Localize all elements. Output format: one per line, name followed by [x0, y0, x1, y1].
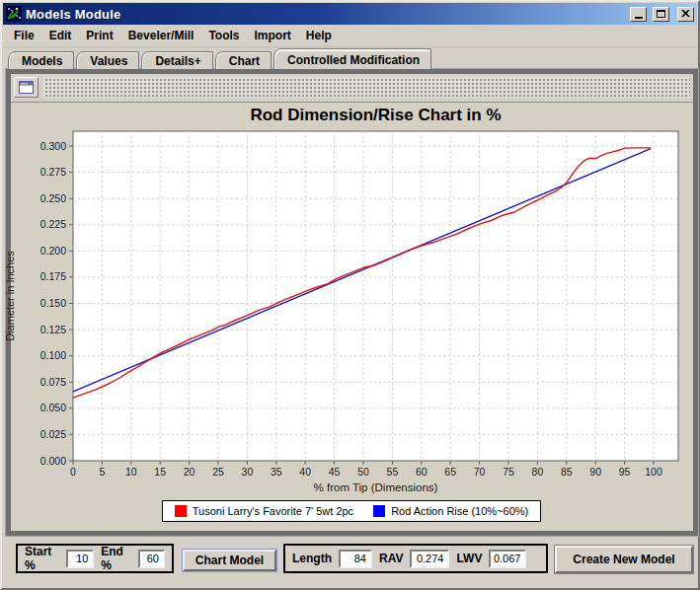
tab-controlled-modification[interactable]: Controlled Modification: [273, 48, 431, 69]
toolbar-drag-texture[interactable]: [43, 77, 690, 98]
legend-label-rise: Rod Action Rise (10%~60%): [391, 505, 528, 517]
toolbar: [11, 74, 693, 103]
app-icon: [6, 6, 22, 22]
start-percent-field[interactable]: 10: [66, 550, 95, 568]
menu-beveler-mill[interactable]: Beveler/Mill: [121, 26, 201, 45]
menu-file[interactable]: File: [7, 26, 41, 45]
legend-box: Tusoni Larry's Favorite 7' 5wt 2pc Rod A…: [162, 500, 541, 522]
create-new-model-button[interactable]: Create New Model: [555, 546, 693, 573]
chart-legend: Tusoni Larry's Favorite 7' 5wt 2pc Rod A…: [16, 500, 687, 522]
minimize-icon: [635, 17, 643, 19]
legend-entry-rise: Rod Action Rise (10%~60%): [373, 505, 528, 517]
legend-label-model: Tusoni Larry's Favorite 7' 5wt 2pc: [193, 505, 353, 517]
range-groupbox: Start % 10 End % 60: [16, 544, 174, 573]
app-window: Models Module File Edit Print Beveler/Mi…: [0, 0, 700, 590]
close-icon: [681, 10, 690, 18]
maximize-icon: [657, 10, 665, 18]
titlebar[interactable]: Models Module: [3, 3, 697, 25]
tab-details[interactable]: Details+: [141, 51, 212, 69]
toolbar-window-button[interactable]: [14, 77, 39, 98]
legend-entry-model: Tusoni Larry's Favorite 7' 5wt 2pc: [175, 505, 353, 517]
tab-chart[interactable]: Chart: [215, 51, 272, 69]
menu-edit[interactable]: Edit: [42, 26, 79, 45]
lwv-label: LWV: [456, 552, 482, 565]
rav-field[interactable]: 0.274: [410, 550, 449, 568]
menu-import[interactable]: Import: [248, 26, 298, 45]
menu-help[interactable]: Help: [299, 26, 339, 45]
y-axis-label: Diameter in Inches: [4, 232, 16, 360]
red-series-swatch-icon: [175, 505, 187, 517]
x-axis-label: % from Tip (Dimensions): [73, 481, 678, 493]
start-percent-label: Start %: [25, 545, 59, 572]
rav-label: RAV: [379, 552, 403, 565]
tab-bar: Models Values Details+ Chart Controlled …: [8, 47, 431, 69]
close-button[interactable]: [677, 7, 694, 22]
window-icon: [19, 81, 34, 94]
length-label: Length: [292, 552, 332, 565]
end-percent-field[interactable]: 60: [138, 550, 165, 568]
menu-print[interactable]: Print: [79, 26, 119, 45]
window-title: Models Module: [26, 7, 626, 22]
menu-tools[interactable]: Tools: [201, 26, 246, 45]
maximize-button[interactable]: [653, 7, 669, 22]
blue-series-swatch-icon: [373, 505, 385, 517]
minimize-button[interactable]: [630, 7, 647, 22]
tab-models[interactable]: Models: [8, 51, 74, 69]
chart-model-button[interactable]: Chart Model: [183, 550, 276, 571]
tab-values[interactable]: Values: [76, 51, 139, 69]
chart-title: Rod Dimension/Rise Chart in %: [73, 106, 678, 125]
parameters-groupbox: Length 84 RAV 0.274 LWV 0.067: [283, 544, 548, 573]
content-frame: [6, 69, 698, 536]
end-percent-label: End %: [101, 545, 131, 572]
lwv-field[interactable]: 0.067: [489, 550, 526, 568]
length-field[interactable]: 84: [339, 550, 372, 568]
menubar: File Edit Print Beveler/Mill Tools Impor…: [3, 25, 697, 47]
